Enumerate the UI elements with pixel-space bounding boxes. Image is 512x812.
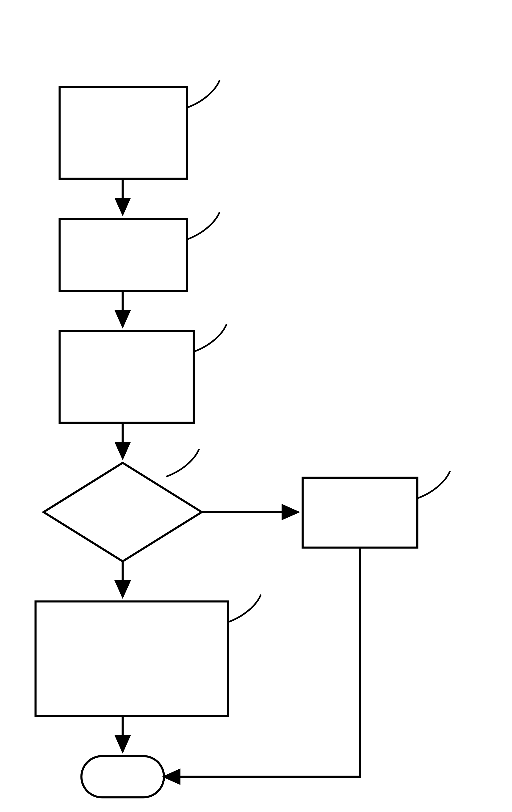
svg-rect-6 xyxy=(0,0,512,812)
flowchart-canvas-final xyxy=(0,0,512,812)
